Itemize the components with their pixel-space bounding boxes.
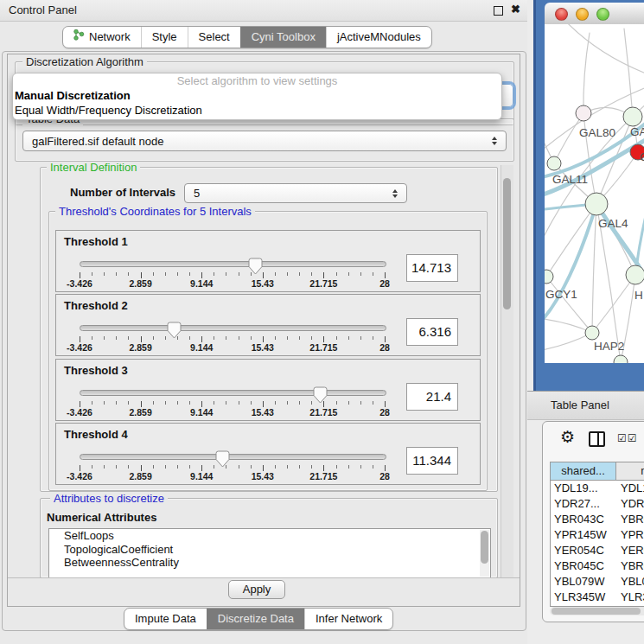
network-node-label: H (634, 289, 643, 302)
network-node-gcy1[interactable] (545, 270, 553, 284)
network-node-hap2[interactable] (585, 326, 599, 340)
network-edge[interactable] (562, 24, 644, 74)
table-row[interactable]: YLR345WYLR3 (551, 590, 644, 605)
network-node-label: GAL80 (579, 126, 615, 139)
algorithm-dropdown-popup: Select algorithm to view settings Manual… (12, 73, 502, 120)
table-hscrollbar-thumb[interactable] (552, 608, 641, 615)
table-data-combobox-value: galFiltered.sif default node (32, 135, 163, 148)
table-cell: YBR0 (616, 558, 644, 574)
table-row[interactable]: YDL19...YDL1 (551, 481, 644, 496)
tab-label: Infer Network (316, 609, 382, 629)
network-edge[interactable] (545, 333, 592, 351)
tab-discretize-data[interactable]: Discretize Data (207, 609, 304, 629)
algorithm-prompt-item[interactable]: Select algorithm to view settings (13, 73, 501, 88)
algorithm-popup-items: Manual DiscretizationEqual Width/Frequen… (13, 88, 501, 118)
table-rows: YDL19...YDL1YDR27...YDR2YBR043CYBR0YPR14… (551, 481, 644, 607)
tab-network[interactable]: Network (63, 27, 141, 48)
threshold-value-field[interactable]: 14.713 (406, 254, 458, 282)
tab-label: jActiveMNodules (337, 27, 421, 48)
table-cell: YDL1 (616, 481, 644, 496)
attribute-item[interactable]: BetweennessCentrality (49, 556, 490, 570)
network-edge[interactable] (545, 318, 592, 333)
threshold-panel: Threshold 2-3.4262.8599.14415.4321.71528… (55, 294, 481, 356)
network-edge[interactable] (624, 29, 633, 117)
split-columns-icon[interactable] (589, 431, 605, 447)
list-scrollbar-thumb[interactable] (481, 531, 488, 564)
slider-track[interactable] (80, 261, 386, 267)
table-row[interactable]: YPR145WYPR1 (551, 527, 644, 543)
table-header-row: shared...na (551, 462, 644, 481)
table-cell: YBR045C (551, 558, 616, 574)
network-canvas[interactable]: GAL80GACGAL11GAL4GCY1HHAP2 (545, 24, 644, 363)
network-node[interactable] (626, 265, 644, 284)
network-node-label: C (640, 150, 644, 163)
close-traffic-light[interactable] (555, 8, 568, 21)
network-node-label: GA (630, 125, 644, 138)
gear-icon[interactable]: ⚙ (560, 427, 575, 447)
table-cell: YDL19... (551, 481, 616, 496)
screen: Control Panel ✖ NetworkStyleSelectCyni T… (0, 0, 644, 644)
threshold-panel: Threshold 3-3.4262.8599.14415.4321.71528… (55, 359, 481, 421)
close-icon[interactable]: ✖ (511, 3, 520, 16)
tab-style[interactable]: Style (141, 27, 188, 48)
table-cell: YLR3 (616, 590, 644, 605)
table-horizontal-scrollbar[interactable] (550, 607, 644, 615)
button-bar-separator (8, 577, 520, 578)
control-panel: Control Panel ✖ NetworkStyleSelectCyni T… (0, 0, 527, 644)
panel-scrollbar[interactable] (501, 165, 513, 577)
tab-label: Discretize Data (218, 609, 294, 629)
cyni-bottom-tabbar: Impute DataDiscretize DataInfer Network (124, 608, 393, 630)
checkbox-columns-icon[interactable]: ☑☑ (617, 432, 638, 444)
network-node-gal11[interactable] (547, 156, 561, 170)
network-node-label: GCY1 (545, 288, 577, 301)
table-cell: YER054C (551, 543, 616, 558)
table-header-cell[interactable]: na (616, 462, 644, 480)
network-node-gal80[interactable] (576, 105, 591, 121)
threshold-value-field[interactable]: 11.344 (406, 447, 458, 475)
minimize-traffic-light[interactable] (576, 8, 589, 21)
number-of-intervals-combobox[interactable]: 5 (184, 183, 407, 203)
table-row[interactable]: YDR27...YDR2 (551, 496, 644, 512)
table-data-combobox[interactable]: galFiltered.sif default node (22, 131, 507, 151)
tab-cyni-toolbox[interactable]: Cyni Toolbox (240, 27, 326, 48)
algorithm-item[interactable]: Equal Width/Frequency Discretization (13, 103, 501, 118)
table-row[interactable]: YBL079WYBL0 (551, 574, 644, 590)
tab-jactivemnodules[interactable]: jActiveMNodules (326, 27, 431, 48)
combo-spinner-icon (392, 189, 398, 198)
table-row[interactable]: YBR045CYBR0 (551, 558, 644, 574)
network-node[interactable] (614, 355, 628, 363)
table-row[interactable]: YBR043CYBR0 (551, 512, 644, 527)
attribute-item[interactable]: SelfLoops (49, 529, 490, 543)
tab-select[interactable]: Select (188, 27, 240, 48)
control-panel-titlebar: Control Panel ✖ (0, 0, 527, 22)
thresholds-group-title: Threshold's Coordinates for 5 Intervals (55, 206, 255, 218)
tab-impute-data[interactable]: Impute Data (124, 609, 207, 629)
slider-track[interactable] (80, 325, 386, 331)
algorithm-item[interactable]: Manual Discretization (13, 88, 501, 103)
table-header-cell[interactable]: shared... (551, 462, 616, 480)
network-edge[interactable] (546, 204, 596, 277)
table-cell: YDR27... (551, 496, 616, 512)
control-panel-tabbar: NetworkStyleSelectCyni ToolboxjActiveMNo… (62, 26, 432, 48)
network-edge[interactable] (592, 275, 635, 333)
network-window-titlebar[interactable] (545, 3, 644, 25)
network-edge[interactable] (583, 33, 590, 113)
table-row[interactable]: YER054CYER0 (551, 543, 644, 558)
slider-track[interactable] (80, 454, 386, 460)
network-node-gal4[interactable] (585, 193, 608, 215)
threshold-value-field[interactable]: 21.4 (406, 383, 458, 411)
tab-infer-network[interactable]: Infer Network (304, 609, 392, 629)
table-cell: YDR2 (616, 496, 644, 512)
slider-ticks (80, 465, 385, 472)
network-node[interactable] (623, 107, 642, 126)
network-edge[interactable] (592, 204, 596, 333)
panel-scrollbar-thumb[interactable] (503, 178, 511, 309)
apply-button[interactable]: Apply (228, 580, 285, 599)
float-window-icon[interactable] (494, 6, 503, 16)
list-scrollbar[interactable] (480, 530, 489, 577)
threshold-value-field[interactable]: 6.316 (406, 318, 458, 346)
zoom-traffic-light[interactable] (596, 8, 609, 21)
attribute-item[interactable]: TopologicalCoefficient (49, 543, 490, 557)
slider-track[interactable] (80, 390, 386, 396)
tab-label: Style (152, 27, 177, 48)
